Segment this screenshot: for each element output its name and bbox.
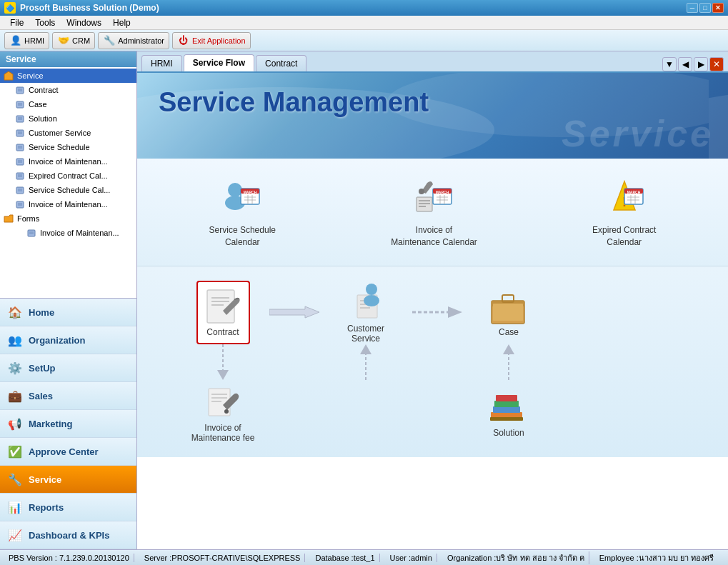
- maximize-button[interactable]: □: [699, 3, 711, 13]
- tree-item-invoice-of-maintenan...[interactable]: Invoice of Maintenan...: [0, 154, 136, 169]
- tree-item-contract[interactable]: Contract: [0, 83, 136, 97]
- tree-item-expired-contract-cal...[interactable]: Expired Contract Cal...: [0, 169, 136, 183]
- svg-rect-22: [16, 187, 24, 194]
- dashboard-&-kpis-icon: 📈: [7, 527, 23, 543]
- nav-item-reports[interactable]: 📊Reports: [0, 494, 136, 521]
- flow-down-arrow-1: [213, 344, 233, 380]
- service-icon: 🔧: [7, 471, 23, 487]
- tab-hrmi[interactable]: HRMI: [141, 55, 182, 71]
- service-schedule-cal-icon: MARCH: [221, 176, 264, 219]
- file-icon: [14, 156, 26, 167]
- banner-watermark: Service: [562, 112, 714, 155]
- tab-prev-button[interactable]: ◀: [678, 57, 692, 71]
- toolbar-administrator[interactable]: 🔧 Administrator: [98, 32, 169, 49]
- tree-label: Customer Service: [29, 129, 91, 137]
- calendar-row: MARCH Service ScheduleCalendar: [137, 159, 728, 266]
- folder-icon: [3, 213, 14, 224]
- status-employee: Employee :นางสาว มบ ยา ทองศรี: [595, 551, 718, 564]
- svg-rect-16: [16, 159, 24, 165]
- menu-windows[interactable]: Windows: [61, 16, 107, 29]
- contract-label: Contract: [206, 327, 239, 337]
- tree-item-case[interactable]: Case: [0, 97, 136, 111]
- nav-label: Approve Center: [29, 446, 99, 457]
- tree-item-solution[interactable]: Solution: [0, 111, 136, 126]
- svg-rect-92: [493, 406, 520, 413]
- nav-label: Sales: [29, 391, 53, 401]
- expired-contract-calendar[interactable]: ! MARCH Expired ContractCalendar: [587, 170, 662, 254]
- tree-item-service-schedule[interactable]: Service Schedule: [0, 140, 136, 154]
- statusbar: PBS Version : 7.1.239.0.20130120 Server …: [0, 549, 728, 565]
- nav-item-setup[interactable]: ⚙️SetUp: [0, 354, 136, 382]
- svg-marker-83: [360, 344, 372, 354]
- flow-invoice-maintenance[interactable]: Invoice ofMaintenance fee: [191, 380, 255, 443]
- svg-text:MARCH: MARCH: [627, 190, 640, 194]
- nav-item-approve-center[interactable]: ✅Approve Center: [0, 438, 136, 466]
- svg-marker-0: [4, 71, 13, 80]
- tree-item-invoice-of-maintenan...[interactable]: Invoice of Maintenan...: [0, 197, 136, 211]
- flow-solution[interactable]: Solution: [487, 385, 530, 438]
- tree-label: Service: [17, 71, 44, 80]
- arrow-up-dashed-icon: [356, 344, 376, 380]
- tab-close-button[interactable]: ✕: [709, 57, 724, 71]
- svg-rect-94: [496, 395, 517, 401]
- invoice-maintenance-calendar[interactable]: MARCH Invoice ofMaintenance Calendar: [385, 170, 483, 254]
- service-schedule-calendar[interactable]: MARCH Service ScheduleCalendar: [204, 170, 281, 254]
- solution-icon: [487, 385, 530, 428]
- banner-title: Service Management: [159, 87, 707, 118]
- nav-label: Service: [29, 474, 61, 485]
- menu-tools[interactable]: Tools: [29, 16, 61, 29]
- flow-arrow-1: [269, 302, 319, 322]
- nav-item-marketing[interactable]: 📢Marketing: [0, 410, 136, 438]
- status-server: Server :PROSOFT-CRATIVE\SQLEXPRESS: [140, 554, 306, 562]
- tab-next-button[interactable]: ▶: [694, 57, 708, 71]
- tree-label: Contract: [29, 86, 59, 94]
- hrmi-label: HRMI: [24, 36, 44, 45]
- reports-icon: 📊: [7, 499, 23, 515]
- organization-icon: 👥: [7, 332, 23, 348]
- case-label: Case: [499, 327, 519, 337]
- svg-marker-28: [4, 215, 13, 222]
- approve-center-icon: ✅: [7, 444, 23, 459]
- file-icon: [26, 227, 37, 239]
- file-icon: [14, 184, 26, 196]
- svg-point-32: [228, 183, 242, 197]
- flow-contract[interactable]: Contract: [196, 281, 250, 344]
- toolbar-hrmi[interactable]: 👤 HRMI: [4, 32, 49, 49]
- sales-icon: 💼: [7, 388, 23, 404]
- nav-item-dashboard-&-kpis[interactable]: 📈Dashboard & KPIs: [0, 521, 136, 549]
- tree-item-forms[interactable]: Forms: [0, 211, 136, 226]
- tree-item-service[interactable]: Service: [0, 69, 136, 83]
- svg-text:MARCH: MARCH: [435, 190, 449, 194]
- nav-item-service[interactable]: 🔧Service: [0, 466, 136, 494]
- tree-item-invoice-of-maintenan...[interactable]: Invoice of Maintenan...: [0, 226, 136, 240]
- tree-item-customer-service[interactable]: Customer Service: [0, 126, 136, 140]
- svg-marker-81: [217, 370, 229, 380]
- tree-label: Invoice of Maintenan...: [29, 157, 108, 166]
- tree-label: Expired Contract Cal...: [29, 171, 108, 180]
- tree-label: Forms: [17, 214, 39, 223]
- close-button[interactable]: ✕: [712, 3, 724, 13]
- tab-contract[interactable]: Contract: [256, 55, 306, 71]
- nav-item-organization[interactable]: 👥Organization: [0, 326, 136, 354]
- menu-file[interactable]: File: [4, 16, 29, 29]
- tab-service-flow[interactable]: Service Flow: [184, 54, 254, 71]
- customer-service-icon: [344, 281, 387, 324]
- toolbar-crm[interactable]: 🤝 CRM: [52, 32, 95, 49]
- invoice-maintenance-label: Invoice ofMaintenance fee: [191, 423, 255, 443]
- tree-item-service-schedule-cal...[interactable]: Service Schedule Cal...: [0, 183, 136, 197]
- nav-item-sales[interactable]: 💼Sales: [0, 382, 136, 410]
- svg-point-45: [419, 189, 424, 194]
- nav-label: Dashboard & KPIs: [29, 530, 109, 541]
- svg-rect-4: [16, 101, 24, 108]
- nav-label: Organization: [29, 335, 85, 346]
- flow-customer-service[interactable]: CustomerService: [344, 281, 387, 344]
- toolbar-exit[interactable]: ⏻ Exit Application: [172, 32, 251, 49]
- tab-filter-button[interactable]: ▼: [662, 57, 677, 71]
- expired-contract-cal-icon: ! MARCH: [603, 176, 646, 219]
- app-icon: 🔷: [4, 2, 16, 14]
- minimize-button[interactable]: ─: [687, 3, 698, 13]
- menu-help[interactable]: Help: [107, 16, 136, 29]
- flow-case[interactable]: Case: [489, 288, 529, 337]
- nav-item-home[interactable]: 🏠Home: [0, 299, 136, 326]
- flow-up-arrow-2: [499, 344, 519, 380]
